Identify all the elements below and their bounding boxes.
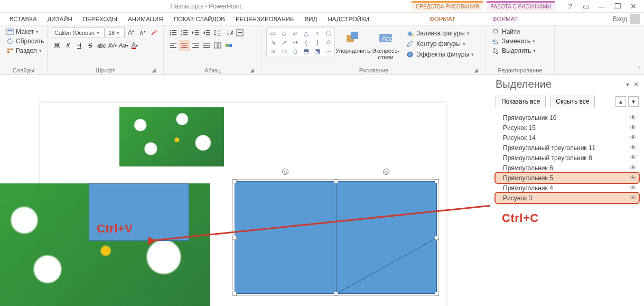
selection-item[interactable]: Прямоугольник 16👁 bbox=[496, 113, 639, 123]
selection-item[interactable]: Прямоугольник 5👁 bbox=[496, 173, 639, 183]
char-spacing-button[interactable]: AV▾ bbox=[107, 40, 118, 51]
grow-font-icon[interactable]: A▴ bbox=[126, 27, 136, 38]
align-left-icon[interactable] bbox=[168, 40, 179, 51]
line-spacing-icon[interactable] bbox=[212, 27, 223, 38]
visibility-toggle-icon[interactable]: 👁 bbox=[630, 174, 637, 182]
text-shadow-button[interactable]: abc bbox=[96, 40, 107, 51]
help-icon[interactable]: ? bbox=[566, 2, 574, 11]
select-button[interactable]: Выделить▾ bbox=[490, 47, 538, 55]
convert-smartart-icon[interactable] bbox=[223, 40, 234, 51]
section-button[interactable]: Раздел▾ bbox=[4, 47, 46, 55]
picture-top[interactable] bbox=[119, 107, 224, 166]
selection-item[interactable]: Рисунок 3👁 bbox=[496, 193, 639, 203]
italic-button[interactable]: К bbox=[63, 40, 73, 51]
drawing-dialog-launcher-icon[interactable]: ◢ bbox=[474, 67, 480, 73]
shape-fill-button[interactable]: Заливка фигуры▾ bbox=[404, 29, 476, 38]
ribbon-options-icon[interactable]: ▭ bbox=[582, 2, 590, 11]
slide-canvas[interactable]: Ctrl+V bbox=[0, 75, 490, 306]
context-tab-picture[interactable]: РАБОТА С РИСУНКАМИ bbox=[487, 1, 555, 11]
font-size-combo[interactable]: 18▾ bbox=[106, 27, 125, 38]
bullets-icon[interactable] bbox=[168, 27, 179, 38]
collapse-ribbon-icon[interactable]: ˄ bbox=[638, 66, 641, 73]
replace-button[interactable]: ab Заменить▾ bbox=[490, 37, 538, 45]
move-up-button[interactable]: ▲ bbox=[615, 96, 626, 107]
close-icon[interactable]: ✕ bbox=[629, 2, 638, 11]
numbering-icon[interactable]: 123 bbox=[179, 27, 190, 38]
para-dialog-launcher-icon[interactable]: ◢ bbox=[250, 67, 256, 73]
tab-review[interactable]: РЕЦЕНЗИРОВАНИЕ bbox=[230, 13, 300, 25]
shape-outline-button[interactable]: Контур фигуры▾ bbox=[404, 39, 476, 49]
context-tab-drawing[interactable]: СРЕДСТВА РИСОВАНИЯ bbox=[412, 1, 483, 11]
justify-icon[interactable] bbox=[201, 40, 212, 51]
shape-effects-button[interactable]: Эффекты фигуры▾ bbox=[404, 50, 476, 59]
pane-menu-icon[interactable]: ▾ bbox=[626, 81, 629, 88]
font-dialog-launcher-icon[interactable]: ◢ bbox=[152, 67, 158, 73]
visibility-toggle-icon[interactable]: 👁 bbox=[630, 124, 637, 132]
text-direction-icon[interactable]: ↧A bbox=[223, 27, 234, 38]
visibility-toggle-icon[interactable]: 👁 bbox=[630, 144, 637, 152]
selection-item[interactable]: Прямоугольник 4👁 bbox=[496, 183, 639, 193]
change-case-button[interactable]: Aa▾ bbox=[118, 40, 129, 51]
resize-handle[interactable] bbox=[232, 179, 237, 183]
tab-slideshow[interactable]: ПОКАЗ СЛАЙДОВ bbox=[169, 13, 230, 25]
resize-handle[interactable] bbox=[232, 236, 237, 240]
selection-item[interactable]: Рисунок 15👁 bbox=[496, 123, 639, 133]
resize-handle[interactable] bbox=[232, 292, 237, 296]
move-down-button[interactable]: ▼ bbox=[628, 96, 639, 107]
shapes-gallery[interactable]: ▭◇▱△○⬠ ↘↗⇢{}☆ ⟡⬭⬯⬒⬔⋯ bbox=[266, 27, 335, 57]
font-color-button[interactable]: A▾ bbox=[129, 40, 140, 51]
tab-format-picture[interactable]: ФОРМАТ bbox=[487, 13, 524, 25]
restore-icon[interactable]: ❐ bbox=[613, 2, 622, 11]
find-button[interactable]: Найти bbox=[490, 27, 538, 36]
visibility-toggle-icon[interactable]: 👁 bbox=[630, 164, 637, 172]
selection-item[interactable]: Прямоугольный треугольник 8👁 bbox=[496, 153, 639, 163]
visibility-toggle-icon[interactable]: 👁 bbox=[630, 194, 637, 202]
visibility-toggle-icon[interactable]: 👁 bbox=[630, 114, 637, 122]
resize-handle[interactable] bbox=[435, 179, 439, 183]
visibility-toggle-icon[interactable]: 👁 bbox=[630, 154, 637, 162]
selection-item[interactable]: Рисунок 14👁 bbox=[496, 133, 639, 143]
tab-animations[interactable]: АНИМАЦИЯ bbox=[123, 13, 169, 25]
svg-rect-1 bbox=[8, 30, 13, 32]
sign-in[interactable]: Вход bbox=[613, 15, 627, 23]
svg-point-44 bbox=[226, 44, 229, 47]
tab-addins[interactable]: НАДСТРОЙКИ bbox=[322, 13, 375, 25]
tab-insert[interactable]: ВСТАВКА bbox=[4, 13, 42, 25]
strike-button[interactable]: S bbox=[85, 40, 96, 51]
hide-all-button[interactable]: Скрыть все bbox=[550, 96, 595, 107]
resize-handle[interactable] bbox=[334, 179, 338, 183]
clear-format-icon[interactable] bbox=[149, 27, 160, 38]
align-center-icon[interactable] bbox=[179, 40, 190, 51]
resize-handle[interactable] bbox=[334, 292, 338, 296]
selection-item[interactable]: Прямоугольный треугольник 11👁 bbox=[496, 143, 639, 153]
align-text-vert-icon[interactable] bbox=[235, 27, 245, 38]
show-all-button[interactable]: Показать все bbox=[496, 96, 546, 107]
resize-handle[interactable] bbox=[435, 292, 439, 296]
rotate-handle[interactable] bbox=[282, 169, 288, 175]
tab-transitions[interactable]: ПЕРЕХОДЫ bbox=[78, 13, 123, 25]
visibility-toggle-icon[interactable]: 👁 bbox=[630, 134, 637, 142]
tab-format-drawing[interactable]: ФОРМАТ bbox=[424, 13, 461, 25]
columns-icon[interactable] bbox=[212, 40, 223, 51]
underline-button[interactable]: Ч bbox=[74, 40, 85, 51]
decrease-indent-icon[interactable] bbox=[190, 27, 201, 38]
arrange-button[interactable]: Упорядочить bbox=[338, 27, 368, 56]
font-face-combo[interactable]: Calibri (Основн▾ bbox=[52, 27, 105, 38]
resize-handle[interactable] bbox=[435, 236, 439, 240]
bold-button[interactable]: Ж bbox=[52, 40, 62, 51]
selection-item[interactable]: Прямоугольник 6👁 bbox=[496, 163, 639, 173]
reset-button[interactable]: Сбросить bbox=[4, 37, 46, 45]
align-right-icon[interactable] bbox=[190, 40, 201, 51]
tab-view[interactable]: ВИД bbox=[300, 13, 323, 25]
minimize-icon[interactable]: — bbox=[598, 2, 606, 11]
avatar-icon[interactable] bbox=[630, 14, 640, 24]
selected-shapes[interactable] bbox=[235, 181, 437, 294]
pane-close-icon[interactable]: ✕ bbox=[633, 81, 639, 88]
increase-indent-icon[interactable] bbox=[201, 27, 212, 38]
layout-button[interactable]: Макет▾ bbox=[4, 27, 46, 36]
visibility-toggle-icon[interactable]: 👁 bbox=[630, 184, 637, 192]
rotate-handle[interactable] bbox=[383, 169, 389, 175]
tab-design[interactable]: ДИЗАЙН bbox=[42, 13, 78, 25]
shrink-font-icon[interactable]: A▾ bbox=[137, 27, 148, 38]
quick-styles-button[interactable]: Abc Экспресс-стили bbox=[371, 27, 400, 62]
